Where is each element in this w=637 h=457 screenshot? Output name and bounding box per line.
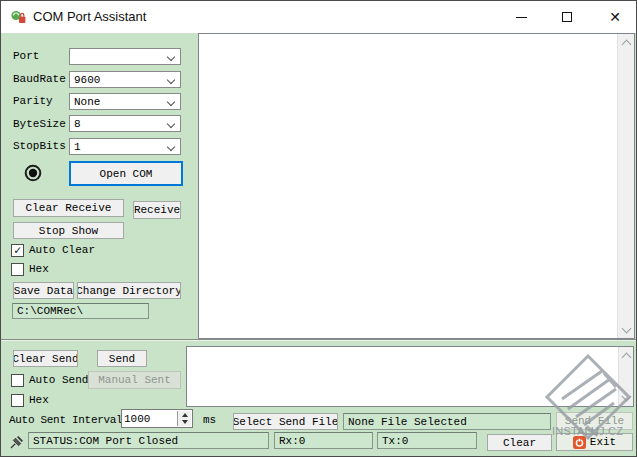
scroll-down-icon[interactable] <box>619 390 633 406</box>
scroll-up-icon[interactable] <box>618 34 634 50</box>
app-window: COM Port Assistant ✕ Port BaudRate Parit… <box>0 0 637 457</box>
send-input-area[interactable] <box>186 346 634 407</box>
checkmark-icon: ✓ <box>14 246 21 256</box>
port-select[interactable] <box>69 48 181 65</box>
select-send-file-button[interactable]: Select Send File <box>233 413 338 430</box>
clear-send-button[interactable]: Clear Send <box>13 350 78 367</box>
window-title: COM Port Assistant <box>33 9 146 24</box>
send-button[interactable]: Send <box>97 350 147 367</box>
section-divider <box>1 339 637 341</box>
stopbits-label: StopBits <box>13 140 66 152</box>
minimize-icon <box>516 17 527 18</box>
power-icon <box>573 436 586 449</box>
port-label: Port <box>13 50 39 62</box>
manual-sent-button[interactable]: Manual Sent <box>88 371 181 389</box>
spin-down-icon[interactable] <box>178 418 191 426</box>
send-scrollbar[interactable] <box>618 347 633 406</box>
chevron-down-icon <box>167 76 175 84</box>
receive-scrollbar[interactable] <box>617 34 634 338</box>
parity-label: Parity <box>13 95 53 107</box>
stop-show-button[interactable]: Stop Show <box>13 222 124 239</box>
spinner-buttons <box>177 411 191 426</box>
send-file-button[interactable]: Send File <box>556 412 633 430</box>
interval-spinner <box>121 409 193 428</box>
maximize-icon <box>562 12 572 22</box>
receive-hex-checkbox[interactable] <box>11 263 24 276</box>
interval-unit-label: ms <box>203 414 216 426</box>
pushpin-icon <box>9 435 24 450</box>
save-data-button[interactable]: Save Data <box>13 282 74 299</box>
maximize-button[interactable] <box>544 1 590 33</box>
send-hex-checkbox[interactable] <box>11 394 24 407</box>
chevron-down-icon <box>167 53 175 61</box>
send-hex-label: Hex <box>29 394 49 406</box>
auto-send-checkbox[interactable] <box>11 374 24 387</box>
change-directory-button[interactable]: Change Directory <box>77 282 181 299</box>
receive-display[interactable] <box>198 33 635 339</box>
send-file-field[interactable]: None File Selected <box>343 413 551 430</box>
minimize-button[interactable] <box>498 1 544 33</box>
app-icon <box>10 9 26 25</box>
bytesize-label: ByteSize <box>13 118 66 130</box>
clear-counters-button[interactable]: Clear <box>487 434 552 451</box>
tx-counter-field: Tx:0 <box>377 432 477 449</box>
exit-button[interactable]: Exit <box>556 433 633 451</box>
close-button[interactable]: ✕ <box>592 1 637 33</box>
scroll-down-icon[interactable] <box>618 322 634 338</box>
rx-counter-field: Rx:0 <box>274 432 373 449</box>
status-field: STATUS:COM Port Closed <box>28 432 269 449</box>
clear-receive-button[interactable]: Clear Receive <box>13 199 124 217</box>
chevron-down-icon <box>167 98 175 106</box>
exit-label: Exit <box>590 436 616 448</box>
close-icon: ✕ <box>609 10 621 24</box>
baudrate-label: BaudRate <box>13 73 66 85</box>
scroll-up-icon[interactable] <box>619 347 633 363</box>
receive-hex-label: Hex <box>29 263 49 275</box>
title-bar: COM Port Assistant ✕ <box>1 1 636 33</box>
bytesize-select[interactable]: 8 <box>69 115 181 132</box>
open-com-button[interactable]: Open COM <box>69 161 183 186</box>
interval-label: Auto Sent Interval <box>9 414 122 426</box>
com-status-indicator-icon <box>24 164 42 182</box>
receive-button[interactable]: Receive <box>133 201 181 219</box>
interval-input[interactable] <box>124 411 174 426</box>
chevron-down-icon <box>167 120 175 128</box>
baudrate-select[interactable]: 9600 <box>69 71 181 88</box>
parity-select[interactable]: None <box>69 93 181 110</box>
auto-clear-checkbox[interactable]: ✓ <box>11 244 24 257</box>
stopbits-select[interactable]: 1 <box>69 138 181 155</box>
chevron-down-icon <box>167 143 175 151</box>
auto-clear-label: Auto Clear <box>29 244 95 256</box>
save-path-field[interactable]: C:\COMRec\ <box>12 303 149 319</box>
auto-send-label: Auto Send <box>29 374 88 386</box>
